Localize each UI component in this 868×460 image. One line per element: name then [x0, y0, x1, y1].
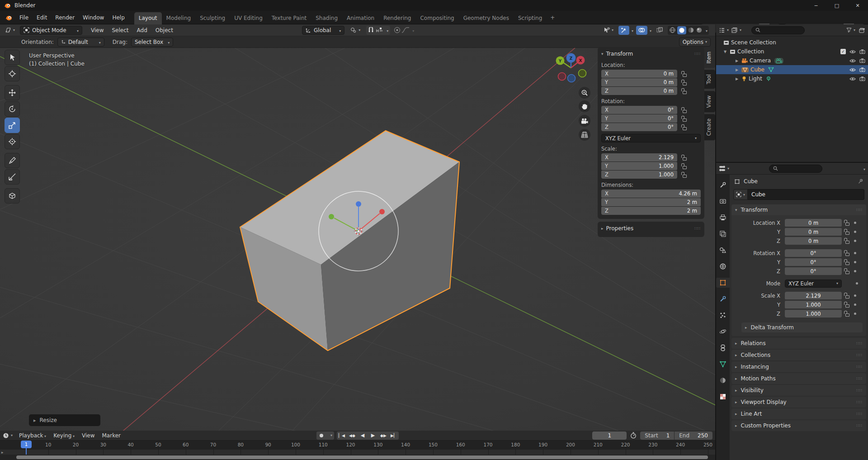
- topbar-menu-edit[interactable]: Edit: [33, 13, 51, 23]
- zoom-button[interactable]: [579, 87, 590, 99]
- animate-dot[interactable]: [854, 304, 856, 306]
- cube-object[interactable]: [240, 131, 459, 351]
- animate-dot[interactable]: [854, 231, 856, 233]
- tab-modifiers[interactable]: [716, 294, 730, 304]
- pan-button[interactable]: [579, 100, 590, 112]
- object-type-visibility-button[interactable]: [601, 26, 616, 35]
- new-collection-button[interactable]: [859, 28, 865, 33]
- timeline-menu-marker[interactable]: Marker: [98, 432, 124, 440]
- timeline-menu-playback[interactable]: Playback: [15, 432, 50, 440]
- dimensions-y-field[interactable]: Y2 m: [601, 198, 701, 206]
- hide-eye-icon[interactable]: [849, 59, 856, 63]
- outliner-row-cube[interactable]: ▶ Cube: [716, 65, 868, 74]
- animate-dot[interactable]: [854, 261, 856, 263]
- panel-line-art[interactable]: ▸Line Art∷∷: [731, 408, 866, 419]
- overlays-options-chevron[interactable]: [648, 27, 651, 33]
- topbar-menu-window[interactable]: Window: [79, 13, 108, 23]
- dimensions-x-field[interactable]: X4.26 m: [601, 190, 701, 198]
- collapse-chevron-icon[interactable]: ▼: [722, 50, 728, 54]
- tool-orientation-dropdown[interactable]: Default: [57, 38, 104, 47]
- properties-search-input[interactable]: [769, 165, 822, 173]
- tab-object-data[interactable]: [716, 359, 730, 369]
- tab-tool[interactable]: [716, 180, 730, 190]
- tab-scene[interactable]: [716, 245, 730, 255]
- z-field[interactable]: 1.000: [785, 310, 842, 318]
- tab-particles[interactable]: [716, 310, 730, 320]
- falloff-chevron[interactable]: [410, 27, 414, 33]
- timeline-menu-keying[interactable]: Keying: [50, 432, 78, 440]
- collection-checkbox[interactable]: ✓: [840, 49, 846, 54]
- outliner-filter-button[interactable]: [846, 28, 855, 33]
- current-frame-field[interactable]: 1: [592, 432, 627, 440]
- timeline-ruler[interactable]: 1020304050607080901001101201301401501601…: [0, 441, 715, 450]
- light-data-icon[interactable]: [766, 76, 771, 81]
- keying-set-chevron[interactable]: [327, 432, 334, 440]
- pin-icon[interactable]: [858, 179, 863, 184]
- operator-panel-resize[interactable]: ▸ Resize: [29, 414, 100, 426]
- timeline-track-area[interactable]: [0, 450, 715, 455]
- animate-dot[interactable]: [856, 282, 858, 285]
- timeline-channel-chevron[interactable]: ▸: [1, 450, 4, 455]
- outliner-row-collection[interactable]: ▼ Collection ✓: [716, 47, 868, 56]
- panel-collections[interactable]: ▸Collections∷∷: [731, 350, 866, 360]
- sidebar-tab-create[interactable]: Create: [704, 114, 715, 140]
- frame-start-field[interactable]: Start1: [640, 432, 674, 440]
- add-workspace-button[interactable]: +: [547, 14, 558, 21]
- workspace-tab-layout[interactable]: Layout: [134, 12, 162, 24]
- rotation-z-field[interactable]: Z0°: [601, 123, 677, 131]
- jump-to-end-button[interactable]: ▶▏: [389, 432, 399, 440]
- z-field[interactable]: 0 m: [785, 237, 842, 245]
- panel-visibility[interactable]: ▸Visibility∷∷: [731, 385, 866, 396]
- gizmo-axis-y-neg[interactable]: [579, 70, 586, 77]
- outliner-row-scene-collection[interactable]: Scene Collection: [716, 38, 868, 47]
- toggle-perspective-button[interactable]: [579, 129, 590, 141]
- disable-render-camera-icon[interactable]: [859, 67, 865, 72]
- lock-icon[interactable]: [683, 107, 687, 113]
- properties-options-chevron[interactable]: [862, 166, 865, 172]
- workspace-tab-texture-paint[interactable]: Texture Paint: [267, 12, 311, 24]
- z-field[interactable]: 0°: [785, 267, 842, 275]
- tab-constraints[interactable]: [716, 343, 730, 353]
- editor-type-button[interactable]: [3, 26, 17, 35]
- workspace-tab-sculpting[interactable]: Sculpting: [195, 12, 230, 24]
- panel-viewport-display[interactable]: ▸Viewport Display∷∷: [731, 397, 866, 408]
- cursor-tool[interactable]: [5, 66, 20, 81]
- viewport-menu-add[interactable]: Add: [133, 25, 151, 35]
- timeline-scrollbar[interactable]: [16, 455, 708, 459]
- app-menu-blender-icon[interactable]: [5, 14, 13, 21]
- lock-icon[interactable]: [845, 259, 849, 265]
- workspace-tab-geometry-nodes[interactable]: Geometry Nodes: [459, 12, 514, 24]
- sidebar-tab-item[interactable]: Item: [704, 47, 715, 68]
- annotate-tool[interactable]: [5, 153, 20, 168]
- select-box-tool[interactable]: [5, 50, 20, 65]
- y-field[interactable]: 0°: [785, 258, 842, 266]
- minimize-button[interactable]: ─: [806, 0, 826, 11]
- lock-icon[interactable]: [845, 250, 849, 256]
- viewport-menu-view[interactable]: View: [87, 25, 108, 35]
- tab-physics[interactable]: [716, 327, 730, 337]
- gizmo-axis-x-neg[interactable]: [558, 73, 566, 81]
- toggle-xray-button[interactable]: [654, 26, 665, 35]
- scale-x-field[interactable]: 2.129: [785, 292, 842, 299]
- lock-icon[interactable]: [845, 302, 849, 308]
- hide-eye-icon[interactable]: [849, 68, 856, 72]
- animate-dot[interactable]: [854, 252, 856, 254]
- camera-view-button[interactable]: [579, 115, 590, 127]
- panel-motion-paths[interactable]: ▸Motion Paths∷∷: [731, 373, 866, 384]
- drag-mode-dropdown[interactable]: Select Box: [131, 38, 173, 47]
- lock-icon[interactable]: [845, 229, 849, 235]
- rotation-x-field[interactable]: 0°: [785, 249, 842, 257]
- workspace-tab-shading[interactable]: Shading: [311, 12, 342, 24]
- location-z-field[interactable]: Z0 m: [601, 87, 677, 95]
- properties-collapsed-panel[interactable]: ▸ Properties ∷∷: [598, 222, 704, 237]
- outliner-row-camera[interactable]: ▶ Camera: [716, 56, 868, 65]
- tab-view-layer[interactable]: [716, 229, 730, 239]
- move-tool[interactable]: [5, 85, 20, 100]
- show-overlays-toggle[interactable]: [636, 26, 647, 35]
- workspace-tab-modeling[interactable]: Modeling: [162, 12, 196, 24]
- snap-with-icon[interactable]: [376, 27, 383, 33]
- rotation-y-field[interactable]: Y0°: [601, 114, 677, 123]
- animate-dot[interactable]: [854, 240, 856, 242]
- mesh-data-icon[interactable]: [768, 67, 774, 72]
- hide-eye-icon[interactable]: [849, 77, 856, 81]
